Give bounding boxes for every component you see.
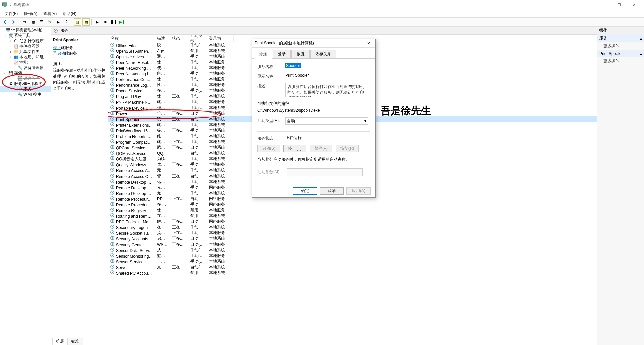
stop-button[interactable]: ■ (102, 18, 109, 26)
col-logon[interactable]: 登录为 (207, 35, 234, 42)
export-button[interactable]: ↻ (46, 18, 53, 26)
service-row[interactable]: Routing and Remote Acc...在局...禁用本地系统 (108, 213, 597, 219)
svg-point-67 (112, 220, 113, 222)
svg-point-85 (112, 272, 113, 273)
tab-recovery[interactable]: 恢复 (291, 50, 310, 58)
filter-button[interactable]: ▤ (82, 18, 90, 26)
svg-point-77 (112, 249, 113, 250)
svg-point-7 (112, 50, 113, 51)
center-header-title: 服务 (60, 28, 68, 33)
lbl-start-params: 启动参数(M): (257, 168, 287, 175)
svg-point-63 (112, 209, 113, 210)
up-button[interactable]: 🗀 (21, 18, 28, 26)
back-button[interactable] (1, 18, 9, 26)
actions-more-2[interactable]: 更多操作 (597, 57, 644, 65)
tree-device-manager[interactable]: 🔧设备管理器 (0, 65, 51, 70)
service-row[interactable]: Remote Procedure Call (...在 W...手动网络服务 (108, 202, 597, 207)
lbl-startup-type: 启动类型(E): (257, 117, 285, 124)
col-startup[interactable]: 启动类型 (188, 35, 207, 42)
col-desc[interactable]: 描述 (155, 35, 170, 42)
tab-standard[interactable]: 标准 (67, 338, 83, 345)
startup-type-select[interactable]: 自动▾ (285, 117, 368, 125)
menu-view[interactable]: 查看(V) (41, 10, 59, 17)
play-button[interactable]: ▶ (93, 18, 101, 26)
service-row[interactable]: Secure Socket Tunneling ...提供...正在...手动本… (108, 230, 597, 236)
service-row[interactable]: Secondary Logon在不...正在...手动本地系统 (108, 224, 597, 230)
chevron-down-icon: ▾ (364, 119, 366, 123)
chevron-up-icon: ▴ (640, 51, 642, 56)
column-button[interactable]: ▥ (74, 18, 81, 26)
tab-dependencies[interactable]: 依存关系 (310, 50, 336, 58)
tree-performance[interactable]: ›📈性能 (0, 60, 51, 65)
svg-point-25 (112, 101, 113, 102)
forward-button[interactable] (10, 18, 17, 26)
minimize-button[interactable]: ─ (596, 0, 611, 10)
actions-section-services[interactable]: 服务▴ (597, 34, 644, 42)
service-row[interactable]: Security CenterWSC...正在...自动(延迟...本地服务 (108, 242, 597, 247)
stop-button[interactable]: 停止(T) (283, 145, 306, 152)
close-button[interactable]: ✕ (627, 0, 642, 10)
tree-disk-management[interactable]: 💽磁盘管理 (0, 76, 51, 81)
service-row[interactable]: Security Accounts Manag...启动...正在...自动本地… (108, 236, 597, 242)
maximize-button[interactable]: ☐ (611, 0, 627, 10)
service-row[interactable]: Server支持...正在...自动(触发...本地系统 (108, 264, 597, 270)
tree-services[interactable]: ⚙服务 (0, 86, 51, 92)
svg-point-55 (112, 186, 113, 188)
service-row[interactable]: RPC Endpoint Mapper解析 ...正在...自动网络服务 (108, 219, 597, 224)
svg-point-53 (112, 181, 113, 182)
svg-point-57 (112, 192, 113, 193)
tab-general[interactable]: 常规 (254, 50, 272, 59)
svg-point-69 (112, 226, 113, 227)
tree-wmi[interactable]: 🔩WMI 控件 (0, 92, 51, 97)
col-status[interactable]: 状态 (170, 35, 188, 42)
dialog-close-button[interactable]: ✕ (365, 39, 373, 47)
tree-task-scheduler[interactable]: ›⏱任务计划程序 (0, 38, 51, 44)
tree-system-tools[interactable]: ⌵🛠️系统工具 (0, 33, 51, 38)
tree-storage[interactable]: ⌵💾存储 (0, 70, 51, 76)
service-row[interactable]: Sensor Monitoring Service监视...手动(触发...本地… (108, 253, 597, 259)
tree-local-users[interactable]: ›👥本地用户和组 (0, 54, 51, 60)
restart-button[interactable]: ▶❚ (118, 18, 126, 26)
restart-service-link[interactable]: 重启动 (53, 51, 65, 56)
chevron-up-icon: ▴ (640, 36, 642, 41)
cancel-button[interactable]: 取消 (320, 187, 344, 195)
actions-more-1[interactable]: 更多操作 (597, 42, 644, 50)
tab-logon[interactable]: 登录 (273, 50, 291, 58)
help-button[interactable]: ? (63, 18, 70, 26)
tree-pane[interactable]: 🖥️计算机管理(本地) ⌵🛠️系统工具 ›⏱任务计划程序 ›📋事件查看器 ›📁共… (0, 27, 51, 345)
start-params-input (287, 168, 363, 176)
tree-services-apps[interactable]: ⌵⚙服务和应用程序 (0, 81, 51, 86)
menu-file[interactable]: 文件(F) (2, 10, 20, 17)
service-row[interactable]: Remote Registry使远...禁用本地服务 (108, 207, 597, 213)
apply-button: 应用(A) (346, 187, 371, 195)
selected-service-name: Print Spooler (53, 38, 106, 42)
menu-help[interactable]: 帮助(H) (60, 10, 79, 17)
refresh-button[interactable]: ▶ (54, 18, 62, 26)
tree-event-viewer[interactable]: ›📋事件查看器 (0, 44, 51, 49)
svg-point-49 (112, 169, 113, 170)
tree-root[interactable]: 🖥️计算机管理(本地) (0, 27, 51, 33)
menu-action[interactable]: 操作(A) (21, 10, 40, 17)
service-row[interactable]: Sensor Service一项...手动(触发...本地系统 (108, 259, 597, 264)
tab-extended[interactable]: 扩展 (52, 338, 68, 345)
val-service-status: 正在运行 (285, 135, 370, 141)
service-row[interactable]: Shared PC Account Mana...禁用本地系统 (108, 270, 597, 276)
svg-point-27 (112, 107, 113, 108)
dialog-titlebar[interactable]: Print Spooler 的属性(本地计算机) ✕ (252, 39, 375, 48)
stop-service-link[interactable]: 停止 (53, 45, 61, 50)
show-hide-tree-button[interactable]: ▦ (29, 18, 37, 26)
description-textbox[interactable]: 该服务在后台执行打印作业并处理与打印机的交互。如果关闭该服务，则无法进行打印或查… (285, 83, 368, 97)
val-service-name[interactable]: Spooler (285, 63, 301, 68)
properties-button[interactable]: ☰ (38, 18, 45, 26)
actions-section-printspooler[interactable]: Print Spooler▴ (597, 50, 644, 57)
ok-button[interactable]: 确定 (293, 187, 317, 195)
service-row[interactable]: Sensor Data Service从各...手动(触发...本地系统 (108, 247, 597, 253)
pause-button[interactable]: ❚❚ (110, 18, 117, 26)
window-title: 计算机管理 (9, 2, 596, 8)
svg-point-81 (112, 260, 113, 262)
col-name[interactable]: 名称 (108, 35, 155, 42)
tree-shared-folders[interactable]: ›📁共享文件夹 (0, 49, 51, 54)
app-icon (2, 2, 7, 8)
toolbar-separator (19, 19, 19, 25)
dialog-tabs: 常规 登录 恢复 依存关系 (252, 48, 375, 59)
